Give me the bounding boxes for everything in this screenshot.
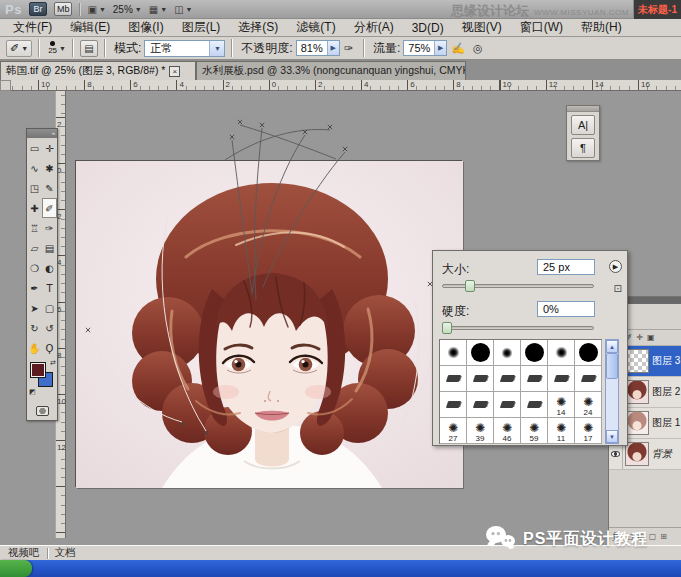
minibridge-button[interactable]: Mb [54,2,73,16]
brush-preset[interactable] [575,340,602,366]
brush-preset-17[interactable]: ✺17 [575,418,602,444]
doc-tab-inactive[interactable]: 水利展板.psd @ 33.3% (nongcunanquan yingshui… [196,61,466,80]
tool-path-selection[interactable]: ➤ [27,298,42,318]
tool-brush[interactable]: ✐ [42,198,57,218]
opacity-input[interactable]: 81%▶ [296,40,340,56]
brush-preset[interactable] [440,392,467,418]
brush-preset[interactable] [521,392,548,418]
brush-preset-14[interactable]: ✺14 [548,392,575,418]
menu-window[interactable]: 窗口(W) [511,19,572,36]
brush-preset[interactable] [548,366,575,392]
brush-size-input[interactable]: 25 px [537,259,595,275]
foreground-color-swatch[interactable] [30,362,46,378]
document-canvas[interactable] [75,160,462,487]
paragraph-panel-button[interactable]: ¶ [571,138,595,158]
tool-rectangular-marquee[interactable]: ▭ [27,138,42,158]
tool-eraser[interactable]: ▱ [27,238,42,258]
brush-preset-27[interactable]: ✺27 [440,418,467,444]
tool-lasso[interactable]: ∿ [27,158,42,178]
tablet-size-icon[interactable]: ◎ [473,42,483,55]
brush-preset[interactable] [494,340,521,366]
scroll-up-icon[interactable]: ▲ [606,340,618,353]
brush-hardness-slider[interactable] [442,326,594,330]
tool-preset-picker[interactable]: ✐▼ [6,40,32,57]
toolbox-collapse-handle[interactable]: » [27,129,57,138]
view-extras-button[interactable]: ▦▼ [149,4,167,15]
doc-tab-active[interactable]: 韩国.tif @ 25% (图层 3, RGB/8#) * × [0,61,196,80]
screen-mode-button[interactable]: ◫▼ [174,4,192,15]
tool-pen[interactable]: ✒ [27,278,42,298]
brush-preset[interactable] [467,392,494,418]
preset-scrollbar[interactable]: ▲ ▼ [605,339,619,444]
tool-dodge[interactable]: ◐ [42,258,57,278]
tool-rectangle-shape[interactable]: ▢ [42,298,57,318]
toggle-brush-panel-button[interactable]: ▤ [80,40,98,57]
brush-preset[interactable] [440,366,467,392]
menu-layer[interactable]: 图层(L) [173,19,230,36]
lock-all-icon[interactable]: ▣ [647,333,655,342]
dock-header[interactable] [567,106,599,112]
brush-preset-24[interactable]: ✺24 [575,392,602,418]
popup-menu-icon[interactable]: ▶ [609,260,622,273]
brush-preset[interactable] [575,366,602,392]
horizontal-ruler[interactable]: 1086420246810121416 [0,80,681,91]
quick-mask-button[interactable] [27,402,57,420]
tool-type[interactable]: T [42,278,57,298]
arrange-documents-button[interactable]: ▣▼ [87,4,105,15]
tool-crop[interactable]: ◳ [27,178,42,198]
menu-3d[interactable]: 3D(D) [403,21,453,35]
menu-help[interactable]: 帮助(H) [572,19,631,36]
layer-thumbnail[interactable] [625,442,649,466]
brush-preset-11[interactable]: ✺11 [548,418,575,444]
brush-preset-39[interactable]: ✺39 [467,418,494,444]
tool-hand[interactable]: ✋ [27,338,42,358]
menu-image[interactable]: 图像(I) [119,19,172,36]
menu-file[interactable]: 文件(F) [4,19,61,36]
slider-thumb[interactable] [465,280,475,292]
brush-size-slider[interactable] [442,284,594,288]
tool-history-brush[interactable]: ✑ [42,218,57,238]
tool-spot-healing-brush[interactable]: ✚ [27,198,42,218]
brush-preset-preview[interactable]: 25 [48,41,57,55]
brush-preset[interactable] [494,392,521,418]
tool-gradient[interactable]: ▤ [42,238,57,258]
tool-move[interactable]: ✛ [42,138,57,158]
tool-eyedropper[interactable]: ✎ [42,178,57,198]
untitled-doc-badge[interactable]: 未标题-1 [633,0,681,19]
lock-move-icon[interactable]: ✛ [636,333,643,342]
brush-preset[interactable] [548,340,575,366]
brush-hardness-input[interactable]: 0% [537,301,595,317]
airbrush-icon[interactable]: ✍ [451,42,465,55]
layer-thumbnail[interactable] [625,349,649,373]
character-panel-button[interactable]: A| [571,115,595,135]
default-colors-icon[interactable]: ◩ [29,388,36,396]
zoom-level-button[interactable]: 25%▼ [113,4,142,15]
menu-analysis[interactable]: 分析(A) [345,19,403,36]
close-icon[interactable]: × [169,66,180,77]
tool-quick-selection[interactable]: ✱ [42,158,57,178]
new-brush-icon[interactable]: ⊡ [614,283,622,294]
brush-preset[interactable] [521,340,548,366]
menu-edit[interactable]: 编辑(E) [61,19,119,36]
brush-preset-46[interactable]: ✺46 [494,418,521,444]
scroll-down-icon[interactable]: ▼ [606,430,618,443]
flow-input[interactable]: 75%▶ [403,40,447,56]
tool-blur[interactable]: ❍ [27,258,42,278]
bridge-button[interactable]: Br [29,2,47,16]
layer-thumbnail[interactable] [625,380,649,404]
brush-preset[interactable] [494,366,521,392]
brush-preset-59[interactable]: ✺59 [521,418,548,444]
scrollbar-thumb[interactable] [606,353,618,379]
layer-thumbnail[interactable] [625,411,649,435]
brush-preset[interactable] [467,366,494,392]
document-info-label[interactable]: 文档 [55,546,76,560]
slider-thumb[interactable] [442,322,452,334]
menu-view[interactable]: 视图(V) [453,19,511,36]
tablet-opacity-icon[interactable]: ✑ [344,42,353,55]
brush-preset[interactable] [467,340,494,366]
start-button[interactable] [0,560,32,577]
new-layer-icon[interactable]: ⊞ [660,532,667,541]
tool-3d-rotate[interactable]: ↻ [27,318,42,338]
blend-mode-select[interactable]: 正常▼ [144,40,225,57]
swap-colors-icon[interactable]: ⇄ [50,359,56,367]
